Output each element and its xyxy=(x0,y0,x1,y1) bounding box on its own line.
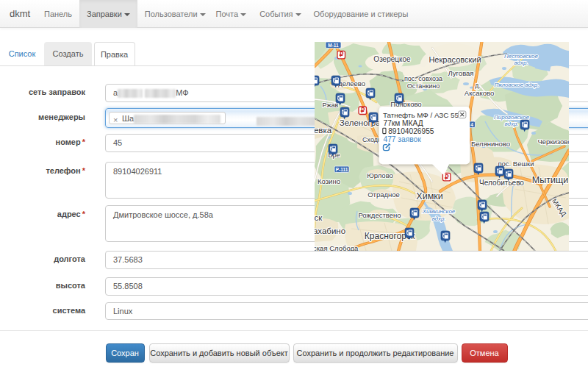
svg-text:Пестовское: Пестовское xyxy=(504,53,538,60)
svg-text:Некрасовский: Некрасовский xyxy=(429,55,481,64)
svg-text:ская Слобода: ская Слобода xyxy=(315,244,359,251)
svg-text:М-11: М-11 xyxy=(328,43,339,48)
svg-text:Козино: Козино xyxy=(318,177,340,185)
svg-text:Пироговское: Пироговское xyxy=(494,114,530,121)
svg-text:Мытищи: Мытищи xyxy=(532,175,568,185)
svg-text:Беляниново: Беляниново xyxy=(471,140,510,148)
svg-text:д.: д. xyxy=(475,82,480,89)
svg-text:Зеленоград: Зеленоград xyxy=(340,118,386,127)
svg-text:Челобитьево: Челобитьево xyxy=(479,179,524,187)
svg-text:Юрлово: Юрлово xyxy=(367,171,393,179)
svg-text:Останкино: Останкино xyxy=(407,82,440,90)
svg-text:Аксаково: Аксаково xyxy=(465,89,494,97)
svg-text:Химкинское: Химкинское xyxy=(422,208,456,215)
svg-text:Рождествено: Рождествено xyxy=(358,211,401,219)
svg-text:₽: ₽ xyxy=(340,51,344,59)
svg-text:₽: ₽ xyxy=(445,174,449,181)
svg-text:Химки: Химки xyxy=(416,191,442,202)
svg-text:вдхр.: вдхр. xyxy=(514,60,528,66)
svg-text:вдхр.: вдхр. xyxy=(431,215,445,222)
svg-text:Отрадное: Отрадное xyxy=(368,190,400,199)
svg-text:евка: евка xyxy=(315,126,332,135)
svg-text:Р-111: Р-111 xyxy=(336,167,348,172)
svg-text:Черкизово: Черкизово xyxy=(537,138,569,146)
svg-text:Татнефть МФ / АЗС 55: Татнефть МФ / АЗС 55 xyxy=(383,111,459,119)
svg-text:ахабино: ахабино xyxy=(315,227,345,235)
svg-text:вдхр.: вдхр. xyxy=(504,121,518,127)
svg-text:Сходн: Сходн xyxy=(362,136,381,143)
svg-text:ск: ск xyxy=(315,213,323,222)
svg-text:Озерецкое: Озерецкое xyxy=(373,55,411,63)
svg-text:89104026955: 89104026955 xyxy=(388,127,434,135)
svg-text:4: 4 xyxy=(470,122,473,127)
svg-text:Луговая: Луговая xyxy=(448,69,474,77)
svg-text:77км МКАД: 77км МКАД xyxy=(384,119,423,127)
svg-text:Пяловское вдхр.: Пяловское вдхр. xyxy=(494,82,539,88)
svg-text:477 заявок: 477 заявок xyxy=(384,135,422,143)
svg-text:пос. совхоза: пос. совхоза xyxy=(404,75,442,82)
svg-text:₽: ₽ xyxy=(361,107,365,114)
